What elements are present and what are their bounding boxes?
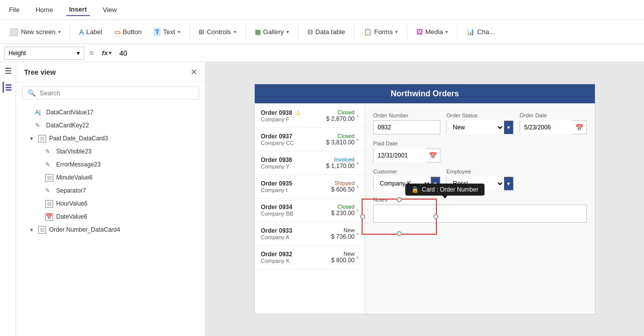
menu-insert[interactable]: Insert xyxy=(66,4,90,16)
order-date-field: Order Date 📅 xyxy=(520,112,587,134)
paid-date-input[interactable] xyxy=(374,148,426,162)
fx-button[interactable]: fx ▾ xyxy=(99,48,114,58)
hamburger-icon[interactable]: ☰ xyxy=(5,66,12,76)
order-company: Company K xyxy=(261,258,331,264)
button-tool-label: Button xyxy=(123,28,142,36)
order-item-0935[interactable]: Order 0935 Company I Shipped $ 606.50 › xyxy=(255,175,365,199)
order-chevron-icon: › xyxy=(357,254,359,261)
menu-bar: File Home Insert View xyxy=(0,0,644,20)
media-button[interactable]: 🖼 Media ▾ xyxy=(411,25,453,39)
left-toggle-bar: ☰ xyxy=(0,62,16,336)
detail-grid-row2: Paid Date 📅 xyxy=(373,140,587,162)
main-area: ☰ Tree view ✕ 🔍 A| DataCardValue17 xyxy=(0,62,644,336)
formula-value: 40 xyxy=(117,49,127,57)
forms-btn-label: Forms xyxy=(374,28,393,36)
forms-button[interactable]: 📋 Forms ▾ xyxy=(359,25,403,39)
order-item-0937[interactable]: Order 0937 Company CC Closed $ 3,810.00 … xyxy=(255,128,365,151)
text-button[interactable]: T Text ▾ xyxy=(148,25,185,39)
search-input[interactable] xyxy=(40,89,194,97)
divider-4 xyxy=(298,25,298,39)
menu-file[interactable]: File xyxy=(6,4,23,16)
button-tool-icon: ▭ xyxy=(114,28,120,36)
lock-icon: 🔒 xyxy=(411,186,419,193)
property-selector[interactable]: Height ▾ xyxy=(4,47,84,60)
card-tooltip-text: Card : Order Number xyxy=(422,186,478,193)
controls-button[interactable]: ⊞ Controls ▾ xyxy=(194,25,241,39)
notes-textarea[interactable] xyxy=(373,205,587,223)
new-screen-button[interactable]: ⬜ New screen ▾ xyxy=(4,25,66,40)
menu-home[interactable]: Home xyxy=(33,4,56,16)
tree-item-hourvalue6[interactable]: ⊟ HourValue6 xyxy=(16,197,205,210)
container-icon: ⊟ xyxy=(38,226,46,234)
gallery-button[interactable]: ▦ Gallery ▾ xyxy=(250,25,294,39)
tree-item-errormessage23[interactable]: ✎ ErrorMessage23 xyxy=(16,158,205,171)
layers-icon[interactable] xyxy=(3,82,14,93)
text-chevron-icon: ▾ xyxy=(178,29,180,35)
tree-item-label: Order Number_DataCard4 xyxy=(49,226,120,233)
tree-item-datacardkey22[interactable]: ✎ DataCardKey22 xyxy=(16,119,205,132)
order-list: Order 0938 ⚠ Company F Closed $ 2,870.00… xyxy=(255,104,365,314)
paid-date-calendar-icon[interactable]: 📅 xyxy=(426,152,440,159)
text-icon: T xyxy=(153,28,160,36)
order-item-0936[interactable]: Order 0936 Company Y Invoiced $ 1,170.00… xyxy=(255,151,365,175)
order-date-calendar-icon[interactable]: 📅 xyxy=(572,124,586,131)
media-chevron-icon: ▾ xyxy=(445,29,448,35)
order-status: Closed xyxy=(326,109,355,115)
controls-chevron-icon: ▾ xyxy=(234,29,236,35)
equals-sign: = xyxy=(87,49,96,58)
tree-close-button[interactable]: ✕ xyxy=(191,67,197,77)
order-status: Closed xyxy=(326,133,355,139)
order-num: Order 0932 xyxy=(261,251,331,258)
tree-item-starvisible23[interactable]: ✎ StarVisible23 xyxy=(16,145,205,158)
divider-6 xyxy=(407,25,407,39)
divider-2 xyxy=(189,25,190,39)
tree-item-label: DataCardValue17 xyxy=(46,109,94,116)
order-number-input[interactable] xyxy=(373,120,440,134)
tree-item-paiddatedatacard3[interactable]: ▼ ⊟ Paid Date_DataCard3 xyxy=(16,132,205,145)
order-chevron-icon: › xyxy=(357,207,359,214)
notes-label: Notes xyxy=(373,197,587,203)
edit-icon: ✎ xyxy=(45,161,53,168)
order-date-input[interactable] xyxy=(520,120,572,134)
order-item-0934[interactable]: Order 0934 Company BB Closed $ 230.00 › xyxy=(255,199,365,222)
tree-item-label: DataCardKey22 xyxy=(46,122,89,129)
order-amount: $ 736.00 xyxy=(331,233,355,240)
new-screen-icon: ⬜ xyxy=(9,28,19,37)
tree-item-separator7[interactable]: ✎ Separator7 xyxy=(16,184,205,197)
order-num: Order 0938 xyxy=(261,109,292,116)
container-icon: ⊟ xyxy=(45,174,53,182)
formula-bar: Height ▾ = fx ▾ 40 xyxy=(0,44,644,62)
text-btn-label: Text xyxy=(163,28,175,36)
tree-item-datevalue6[interactable]: 📅 DateValue6 xyxy=(16,210,205,223)
order-status: New xyxy=(331,227,355,233)
button-tool-button[interactable]: ▭ Button xyxy=(109,25,147,39)
tree-item-minutevalue6[interactable]: ⊟ MinuteValue6 xyxy=(16,171,205,184)
order-company: Company F xyxy=(261,116,326,122)
order-item-0932[interactable]: Order 0932 Company K New $ 800.00 › xyxy=(255,246,365,269)
menu-view[interactable]: View xyxy=(100,4,120,16)
fx-chevron-icon: ▾ xyxy=(109,50,111,56)
container-icon: ⊟ xyxy=(38,135,46,142)
order-amount: $ 2,870.00 xyxy=(326,115,355,122)
order-item-0938[interactable]: Order 0938 ⚠ Company F Closed $ 2,870.00… xyxy=(255,104,365,128)
tree-item-ordernumberdatacard4[interactable]: ▼ ⊟ Order Number_DataCard4 xyxy=(16,223,205,236)
customer-label: Customer xyxy=(373,169,440,175)
label-icon: A| xyxy=(35,109,43,116)
fx-icon: fx xyxy=(102,49,108,57)
data-table-button[interactable]: ⊟ Data table xyxy=(302,25,350,39)
tree-search-box: 🔍 xyxy=(22,86,199,100)
chart-button[interactable]: 📊 Cha... xyxy=(461,25,500,39)
order-item-0933[interactable]: Order 0933 Company A New $ 736.00 › xyxy=(255,222,365,246)
svg-rect-2 xyxy=(6,89,12,91)
order-chevron-icon: › xyxy=(357,112,359,119)
expand-arrow-collapsed-icon: ▼ xyxy=(29,227,35,233)
forms-icon: 📋 xyxy=(364,28,372,36)
chart-btn-label: Cha... xyxy=(477,28,495,36)
select-dropdown-icon: ▾ xyxy=(504,121,513,134)
divider-5 xyxy=(354,25,355,39)
edit-icon: ✎ xyxy=(35,122,43,129)
label-button[interactable]: A Label xyxy=(74,25,107,39)
tree-item-datacardvalue17[interactable]: A| DataCardValue17 xyxy=(16,106,205,119)
order-company: Company I xyxy=(261,187,331,193)
order-status-select[interactable]: New Closed Invoiced Shipped xyxy=(447,120,504,134)
